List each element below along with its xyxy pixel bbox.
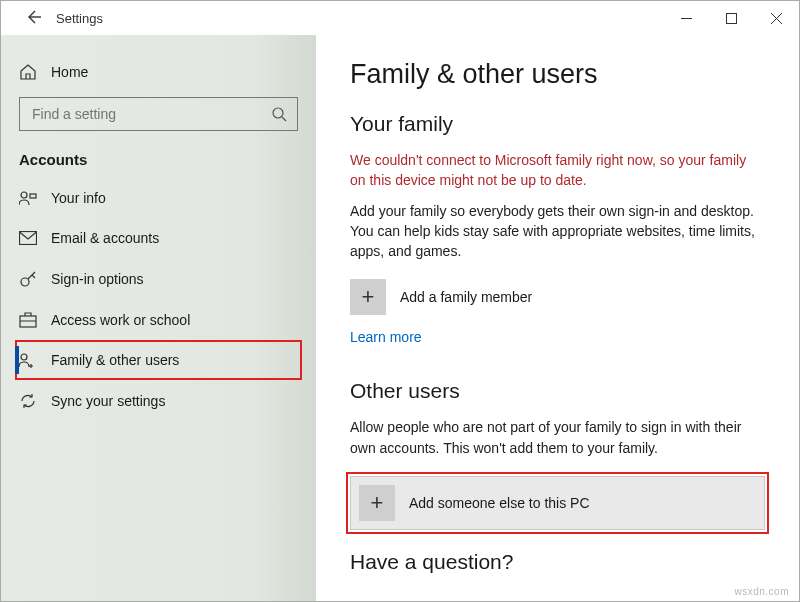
svg-point-5: [21, 278, 29, 286]
family-description: Add your family so everybody gets their …: [350, 201, 765, 262]
learn-more-link[interactable]: Learn more: [350, 329, 765, 345]
sidebar-item-label: Sync your settings: [51, 393, 165, 409]
minimize-button[interactable]: [664, 1, 709, 35]
arrow-left-icon: [24, 8, 42, 26]
briefcase-icon: [19, 312, 37, 328]
search-box[interactable]: [19, 97, 298, 131]
sidebar-item-label: Family & other users: [51, 352, 179, 368]
window-title: Settings: [56, 11, 103, 26]
settings-window: Settings Home Accounts: [0, 0, 800, 602]
add-other-user-button[interactable]: + Add someone else to this PC: [350, 476, 765, 530]
sidebar-item-email[interactable]: Email & accounts: [1, 218, 316, 258]
page-title: Family & other users: [350, 59, 765, 90]
home-label: Home: [51, 64, 88, 80]
sidebar-item-sync[interactable]: Sync your settings: [1, 380, 316, 422]
svg-point-2: [21, 192, 27, 198]
add-family-member-button[interactable]: + Add a family member: [350, 279, 765, 315]
section-title: Accounts: [1, 145, 316, 178]
add-family-label: Add a family member: [400, 289, 532, 305]
add-other-label: Add someone else to this PC: [409, 495, 590, 511]
people-icon: [19, 352, 37, 368]
sidebar-item-label: Your info: [51, 190, 106, 206]
sidebar-item-label: Sign-in options: [51, 271, 144, 287]
svg-point-1: [273, 108, 283, 118]
plus-icon: +: [350, 279, 386, 315]
other-users-description: Allow people who are not part of your fa…: [350, 417, 765, 458]
person-badge-icon: [19, 190, 37, 206]
sidebar: Home Accounts Your info Email & accounts…: [1, 35, 316, 601]
sync-icon: [19, 392, 37, 410]
svg-rect-3: [30, 194, 36, 198]
sidebar-item-signin[interactable]: Sign-in options: [1, 258, 316, 300]
search-icon: [272, 107, 287, 122]
sidebar-item-label: Email & accounts: [51, 230, 159, 246]
have-question-title: Have a question?: [350, 550, 765, 574]
maximize-icon: [726, 13, 737, 24]
sidebar-item-work-school[interactable]: Access work or school: [1, 300, 316, 340]
family-error-text: We couldn't connect to Microsoft family …: [350, 150, 765, 191]
watermark: wsxdn.com: [734, 586, 789, 597]
svg-rect-0: [727, 13, 737, 23]
maximize-button[interactable]: [709, 1, 754, 35]
sidebar-item-your-info[interactable]: Your info: [1, 178, 316, 218]
svg-point-7: [21, 354, 27, 360]
close-icon: [771, 13, 782, 24]
sidebar-item-family[interactable]: Family & other users: [15, 340, 302, 380]
content-pane: Family & other users Your family We coul…: [316, 35, 799, 601]
minimize-icon: [681, 13, 692, 24]
search-input[interactable]: [30, 105, 272, 123]
mail-icon: [19, 231, 37, 245]
home-icon: [19, 63, 37, 81]
plus-icon: +: [359, 485, 395, 521]
key-icon: [19, 270, 37, 288]
home-nav[interactable]: Home: [1, 53, 316, 91]
other-users-section-title: Other users: [350, 379, 765, 403]
title-bar: Settings: [1, 1, 799, 35]
close-button[interactable]: [754, 1, 799, 35]
sidebar-item-label: Access work or school: [51, 312, 190, 328]
family-section-title: Your family: [350, 112, 765, 136]
back-button[interactable]: [24, 8, 42, 26]
window-controls: [664, 1, 799, 35]
